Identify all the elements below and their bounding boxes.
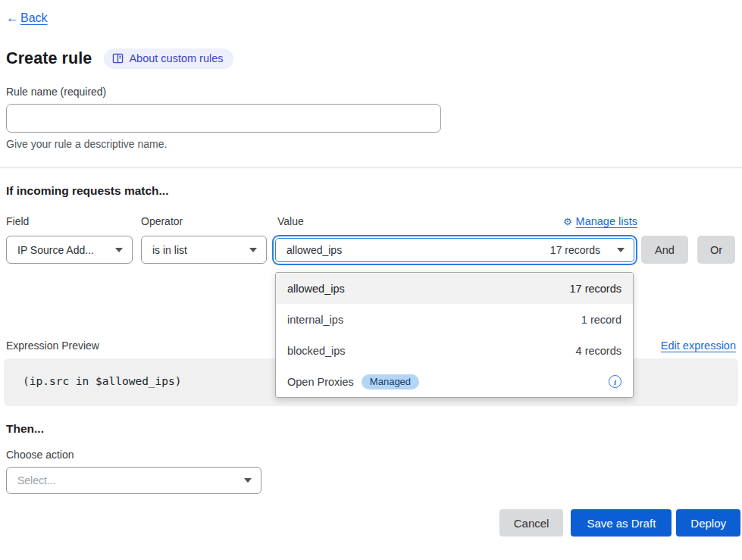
match-section-heading: If incoming requests match... bbox=[6, 184, 742, 198]
field-label: Field bbox=[6, 215, 141, 227]
dropdown-option-blocked-ips[interactable]: blocked_ips 4 records bbox=[276, 335, 633, 366]
rule-name-input[interactable] bbox=[6, 104, 441, 133]
then-section-heading: Then... bbox=[6, 422, 742, 436]
list-name: internal_ips bbox=[287, 314, 343, 326]
back-link-label: Back bbox=[20, 11, 48, 25]
chevron-down-icon bbox=[249, 248, 257, 252]
save-as-draft-button[interactable]: Save as Draft bbox=[571, 509, 672, 537]
about-custom-rules-label: About custom rules bbox=[129, 52, 223, 64]
create-rule-page: ←Back Create rule About custom rules Rul… bbox=[0, 0, 742, 560]
action-select-placeholder: Select... bbox=[17, 474, 56, 486]
cancel-button[interactable]: Cancel bbox=[499, 509, 564, 537]
operator-label: Operator bbox=[141, 215, 272, 227]
action-select[interactable]: Select... bbox=[6, 467, 261, 494]
dropdown-option-internal-ips[interactable]: internal_ips 1 record bbox=[276, 304, 633, 335]
about-custom-rules-link[interactable]: About custom rules bbox=[104, 48, 233, 69]
list-name: allowed_ips bbox=[287, 283, 345, 295]
list-records: 17 records bbox=[569, 283, 621, 295]
operator-select[interactable]: is in list bbox=[141, 236, 267, 264]
manage-lists-link[interactable]: ⚙ Manage lists bbox=[563, 215, 637, 227]
field-select-value: IP Source Add... bbox=[17, 244, 94, 256]
rule-name-helper: Give your rule a descriptive name. bbox=[6, 138, 742, 150]
or-button[interactable]: Or bbox=[697, 236, 735, 264]
dropdown-option-allowed-ips[interactable]: allowed_ips 17 records bbox=[276, 273, 633, 304]
condition-selects-row: IP Source Add... is in list allowed_ips … bbox=[6, 236, 742, 264]
rule-name-label: Rule name (required) bbox=[6, 86, 742, 98]
deploy-button[interactable]: Deploy bbox=[676, 509, 740, 537]
value-select-wrapper: allowed_ips 17 records allowed_ips 17 re… bbox=[272, 236, 637, 264]
title-row: Create rule About custom rules bbox=[6, 48, 742, 69]
operator-select-value: is in list bbox=[152, 244, 187, 256]
and-button[interactable]: And bbox=[641, 236, 688, 264]
value-select-value: allowed_ips bbox=[286, 244, 342, 256]
value-dropdown-menu: allowed_ips 17 records internal_ips 1 re… bbox=[275, 272, 634, 398]
field-select[interactable]: IP Source Add... bbox=[6, 236, 133, 264]
edit-expression-link[interactable]: Edit expression bbox=[661, 339, 736, 352]
list-records: 1 record bbox=[581, 314, 621, 326]
back-arrow-icon: ← bbox=[6, 11, 19, 26]
info-icon[interactable]: i bbox=[609, 375, 621, 388]
condition-labels-row: Field Operator Value ⚙ Manage lists bbox=[6, 215, 742, 227]
section-divider bbox=[0, 167, 742, 168]
book-icon bbox=[112, 53, 124, 64]
value-select[interactable]: allowed_ips 17 records bbox=[275, 238, 634, 262]
footer-actions: Cancel Save as Draft Deploy bbox=[0, 509, 740, 537]
list-records: 4 records bbox=[576, 345, 621, 357]
back-link[interactable]: ←Back bbox=[6, 11, 48, 26]
expression-preview-label: Expression Preview bbox=[6, 339, 99, 352]
page-title: Create rule bbox=[6, 49, 92, 68]
chevron-down-icon bbox=[617, 248, 625, 252]
dropdown-option-open-proxies[interactable]: Open Proxies Managed i bbox=[276, 366, 633, 397]
manage-lists-label: Manage lists bbox=[576, 215, 637, 227]
chevron-down-icon bbox=[244, 478, 252, 483]
chevron-down-icon bbox=[115, 248, 123, 252]
list-name: Open Proxies bbox=[287, 376, 354, 388]
list-name: blocked_ips bbox=[287, 345, 346, 357]
value-select-records: 17 records bbox=[550, 244, 600, 256]
value-label: Value bbox=[277, 215, 304, 227]
gear-icon: ⚙ bbox=[563, 216, 572, 227]
managed-badge: Managed bbox=[362, 374, 419, 389]
choose-action-label: Choose action bbox=[6, 449, 742, 461]
